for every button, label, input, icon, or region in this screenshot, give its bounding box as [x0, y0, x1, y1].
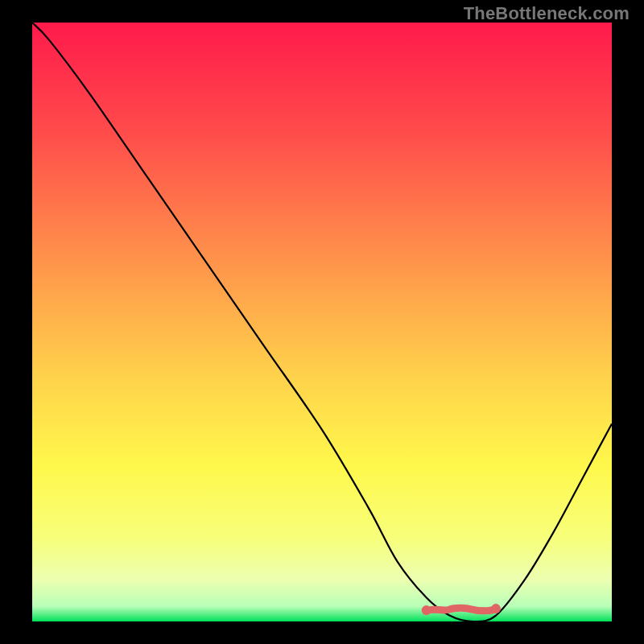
watermark-text: TheBottleneck.com — [464, 3, 630, 24]
optimal-range-end-dot — [491, 604, 501, 613]
chart-canvas — [0, 0, 644, 644]
optimal-range-marker — [427, 608, 496, 611]
optimal-range-start-dot — [422, 605, 431, 615]
plot-area — [32, 23, 612, 621]
chart-frame: TheBottleneck.com — [0, 0, 644, 644]
